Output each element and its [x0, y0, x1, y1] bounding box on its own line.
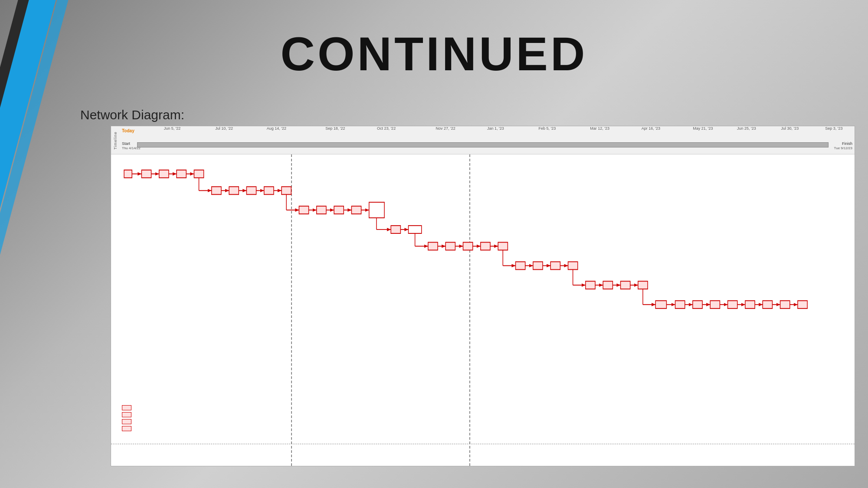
svg-rect-72 — [693, 301, 702, 308]
timeline-label-text: Timeline — [113, 131, 118, 150]
svg-rect-12 — [212, 187, 221, 194]
svg-rect-59 — [586, 281, 595, 289]
start-label: Start — [122, 141, 130, 146]
svg-rect-16 — [246, 187, 256, 194]
svg-rect-36 — [409, 226, 422, 233]
date-apr16: Apr 16, '23 — [642, 126, 660, 131]
timeline-header: Timeline Today Jun 5, '22 Jul 10, '22 Au… — [111, 126, 855, 154]
timeline-progress-bar — [137, 142, 829, 147]
svg-rect-5 — [159, 170, 169, 178]
date-sep3: Sep 3, '23 — [825, 126, 842, 131]
date-mar12: Mar 12, '23 — [590, 126, 609, 131]
svg-rect-70 — [675, 301, 685, 308]
svg-rect-25 — [317, 206, 326, 214]
finish-date: Tue 9/12/23 — [834, 146, 852, 150]
date-sep18: Sep 18, '22 — [325, 126, 345, 131]
svg-rect-74 — [710, 301, 720, 308]
svg-rect-61 — [603, 281, 613, 289]
svg-rect-23 — [299, 206, 308, 214]
date-feb5: Feb 5, '23 — [539, 126, 556, 131]
svg-rect-68 — [655, 301, 666, 308]
svg-rect-76 — [728, 301, 737, 308]
network-diagram-container: Timeline Today Jun 5, '22 Jul 10, '22 Au… — [111, 126, 855, 466]
svg-rect-39 — [428, 242, 438, 250]
date-jul30: Jul 30, '23 — [781, 126, 799, 131]
date-may21: May 21, '23 — [693, 126, 713, 131]
svg-rect-3 — [141, 170, 151, 178]
svg-rect-18 — [264, 187, 274, 194]
svg-rect-43 — [463, 242, 473, 250]
date-oct23: Oct 23, '22 — [377, 126, 396, 131]
svg-rect-20 — [282, 187, 291, 194]
date-jun25: Jun 25, '23 — [737, 126, 756, 131]
svg-rect-78 — [745, 301, 755, 308]
date-jan1: Jan 1, '23 — [487, 126, 504, 131]
date-aug14: Aug 14, '22 — [267, 126, 286, 131]
svg-rect-54 — [550, 262, 560, 269]
svg-rect-34 — [391, 226, 400, 233]
svg-rect-45 — [481, 242, 490, 250]
svg-rect-31 — [369, 202, 384, 218]
diagram-body — [111, 154, 855, 466]
svg-rect-82 — [780, 301, 790, 308]
svg-rect-52 — [533, 262, 543, 269]
svg-rect-63 — [621, 281, 630, 289]
page-title: CONTINUED — [281, 26, 588, 81]
svg-rect-27 — [334, 206, 344, 214]
network-diagram-svg — [120, 154, 855, 466]
date-jul10: Jul 10, '22 — [215, 126, 233, 131]
svg-rect-29 — [351, 206, 361, 214]
svg-rect-41 — [445, 242, 455, 250]
svg-rect-9 — [194, 170, 203, 178]
date-nov27: Nov 27, '22 — [436, 126, 455, 131]
svg-rect-14 — [229, 187, 239, 194]
svg-rect-47 — [498, 242, 508, 250]
timeline-rotated-label: Timeline — [111, 126, 120, 154]
svg-rect-84 — [798, 301, 807, 308]
finish-label: Finish — [842, 141, 852, 146]
section-label: Network Diagram: — [80, 108, 184, 122]
svg-rect-7 — [177, 170, 186, 178]
start-date: Thu 4/14/22 — [122, 146, 141, 150]
svg-rect-56 — [568, 262, 578, 269]
svg-rect-50 — [516, 262, 525, 269]
date-jun5: Jun 5, '22 — [164, 126, 181, 131]
svg-rect-80 — [763, 301, 772, 308]
svg-rect-1 — [124, 170, 132, 178]
svg-rect-65 — [638, 281, 648, 289]
